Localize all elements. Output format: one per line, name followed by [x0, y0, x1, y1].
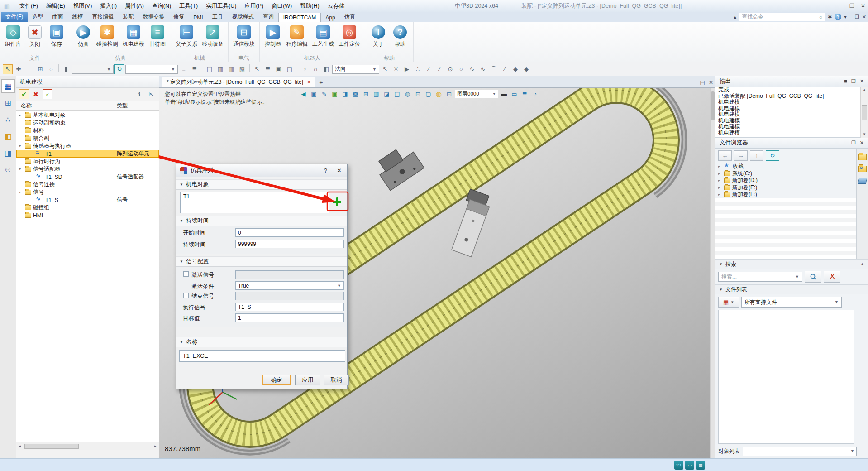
toolbar-icon[interactable]: ↖: [252, 64, 262, 74]
ribbon-button[interactable]: ?帮助: [390, 24, 410, 54]
scrollbar-thumb[interactable]: [24, 444, 79, 449]
mechatronic-object-list[interactable]: T1: [180, 192, 329, 213]
duration-section-header[interactable]: ▼ 持续时间: [176, 216, 347, 226]
tree-row[interactable]: ▸ 基本机电对象: [16, 111, 159, 119]
view-mode-combo[interactable]: ▦▼: [718, 297, 739, 308]
viewport-tool-icon[interactable]: ▭: [510, 89, 519, 99]
tree-row[interactable]: 材料: [16, 127, 159, 135]
dialog-help-icon[interactable]: ?: [320, 167, 332, 174]
viewport-tool-icon[interactable]: ⊞: [361, 89, 371, 99]
start-time-input[interactable]: 0: [235, 228, 344, 237]
ribbon-button[interactable]: i关于: [368, 24, 389, 54]
ribbon-button[interactable]: ≡甘特图: [147, 24, 168, 54]
drive-row[interactable]: ▸ 新加卷(D:): [715, 177, 857, 184]
viewport-tool-icon[interactable]: ✎: [320, 89, 329, 99]
toolbar-icon[interactable]: ▥: [215, 64, 225, 74]
nav-button[interactable]: ↑: [750, 150, 763, 161]
expander-icon[interactable]: ▾: [19, 190, 25, 194]
menu-item[interactable]: 帮助(H): [296, 0, 323, 12]
duration-input[interactable]: 999999: [235, 240, 344, 248]
toolbar-icon[interactable]: ≣: [190, 64, 200, 74]
ribbon-button[interactable]: ⊢父子关系: [174, 24, 199, 54]
toolbar-icon[interactable]: ◔: [300, 64, 310, 74]
drive-row[interactable]: ▸ 系统(C:): [715, 170, 857, 178]
toolbar-icon[interactable]: ↖: [3, 64, 13, 74]
close-all-tabs-icon[interactable]: ✕: [709, 79, 713, 86]
ribbon-button[interactable]: ✱碰撞检测: [95, 24, 120, 54]
tree-row[interactable]: 耦合副: [16, 135, 159, 142]
add-object-button[interactable]: [331, 196, 343, 208]
close-panel-icon[interactable]: ✕: [860, 140, 864, 146]
restore-panel-icon[interactable]: ❐: [851, 78, 856, 84]
snap-toolbar-icon[interactable]: ↖: [380, 64, 390, 74]
scroll-up-icon[interactable]: ▲: [860, 262, 864, 266]
snap-toolbar-icon[interactable]: ▶: [402, 64, 412, 74]
entity-filter-combo[interactable]: ▼: [125, 65, 178, 74]
apply-button[interactable]: 应用: [295, 375, 320, 385]
output-scrollbar[interactable]: ▲ ▼: [860, 87, 868, 138]
viewport-tool-icon[interactable]: ◍: [403, 89, 412, 99]
toolbar-icon[interactable]: ⊞: [35, 64, 45, 74]
ribbon-button[interactable]: ▦机电建模: [121, 24, 146, 54]
info-icon[interactable]: ℹ: [134, 89, 144, 99]
doc-minimize-icon[interactable]: –: [849, 14, 852, 20]
file-list-area[interactable]: [718, 310, 854, 444]
scroll-right-icon[interactable]: ▸: [152, 444, 159, 448]
toolbar-icon[interactable]: ≣: [263, 64, 273, 74]
expander-icon[interactable]: ▸: [718, 172, 724, 176]
exec-signal-input[interactable]: T1_S: [235, 303, 344, 311]
toolbar-icon[interactable]: ▦: [226, 64, 236, 74]
search-input[interactable]: 搜索... ▼: [718, 272, 802, 282]
viewport-tool-icon[interactable]: ◨: [340, 89, 350, 99]
toolbar-icon[interactable]: ▢: [285, 64, 295, 74]
viewport-tool-icon[interactable]: ▣: [309, 89, 319, 99]
snap-toolbar-icon[interactable]: ○: [456, 64, 466, 74]
nav-button[interactable]: ←: [718, 150, 732, 161]
tree-row[interactable]: T1_SD 信号适配器: [16, 173, 159, 181]
expander-icon[interactable]: ▾: [19, 144, 25, 148]
search-button[interactable]: [805, 271, 821, 283]
ribbon-tab[interactable]: App: [321, 13, 339, 22]
restore-panel-icon[interactable]: ❐: [851, 140, 856, 146]
menu-item[interactable]: 属性(A): [121, 0, 148, 12]
menu-item[interactable]: 查询(N): [148, 0, 175, 12]
status-icon[interactable]: ▦: [696, 461, 705, 470]
export-icon[interactable]: ⇱: [146, 89, 156, 99]
doc-restore-icon[interactable]: ❐: [855, 14, 859, 20]
toolbar-icon[interactable]: [58, 64, 59, 72]
status-icon[interactable]: 1:1: [674, 461, 683, 470]
toolbar-icon[interactable]: [202, 64, 202, 72]
horizontal-scrollbar[interactable]: ◂ ▸: [16, 442, 159, 450]
restore-icon[interactable]: ❐: [849, 0, 854, 12]
library-tab-icon[interactable]: [858, 178, 867, 184]
ribbon-button[interactable]: ▣保存: [46, 24, 67, 54]
ribbon-button[interactable]: ✎程序编辑: [284, 24, 310, 54]
ribbon-tab[interactable]: 数据交换: [138, 12, 169, 22]
cancel-button[interactable]: 取消: [324, 375, 349, 385]
output-log[interactable]: 完成.已激活装配 [Demo_Full_QG_GCB_QG_lite]机电建模机…: [715, 87, 868, 138]
ribbon-button[interactable]: ↗移动设备: [200, 24, 225, 54]
ribbon-tab[interactable]: 造型: [28, 12, 48, 22]
scroll-down-icon[interactable]: ▼: [861, 131, 868, 138]
viewport-tool-icon[interactable]: ◪: [382, 89, 391, 99]
tree-row[interactable]: 碰撞组: [16, 204, 159, 211]
toolbar-icon[interactable]: [249, 64, 250, 72]
layer-bulb-icon[interactable]: ◍: [434, 89, 444, 99]
column-type[interactable]: 类型: [117, 101, 128, 110]
validate-icon[interactable]: ✓: [43, 89, 52, 99]
folders-tab-icon[interactable]: [858, 154, 867, 160]
document-tab[interactable]: * 定义阵列运动单元.Z3 - [Demo_Full_QG_GCB_QG_lit…: [162, 77, 315, 87]
ribbon-tab[interactable]: PMI: [189, 13, 207, 22]
panel-tab-icon[interactable]: ⊞: [1, 96, 15, 110]
toolbar-icon[interactable]: ≡: [179, 64, 189, 74]
tools-button[interactable]: [824, 271, 840, 283]
scroll-up-icon[interactable]: ▲: [861, 87, 868, 93]
confirm-icon[interactable]: ✔: [19, 89, 29, 99]
close-tab-icon[interactable]: ✕: [307, 79, 311, 85]
menu-item[interactable]: 视图(V): [69, 0, 96, 12]
expander-icon[interactable]: ▸: [19, 113, 25, 117]
menu-item[interactable]: 插入(I): [96, 0, 121, 12]
drive-row[interactable]: ▸ 新加卷(E:): [715, 184, 857, 192]
viewport-tool-icon[interactable]: ◔: [530, 89, 540, 99]
viewport-scrollbar[interactable]: [710, 88, 715, 458]
